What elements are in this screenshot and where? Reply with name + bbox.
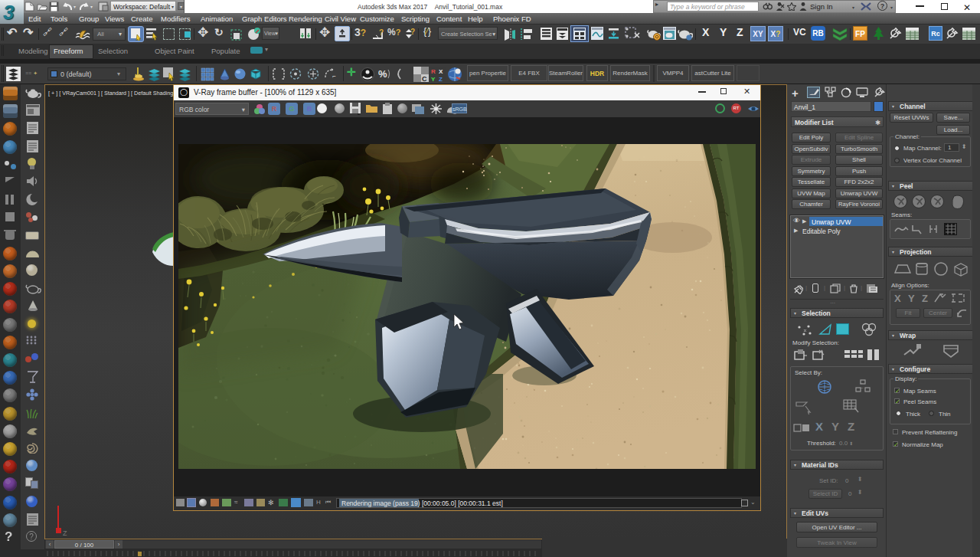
svg-text:Z: Z [439, 76, 443, 82]
svg-text:%: % [378, 68, 387, 80]
svg-text:⌐: ⌐ [332, 73, 336, 80]
svg-text:C: C [422, 75, 427, 82]
svg-text:Y: Y [431, 76, 436, 82]
svg-text:Z: Z [63, 529, 67, 536]
svg-text:X: X [439, 68, 443, 75]
svg-text:?: ? [379, 28, 384, 37]
svg-text:R: R [431, 68, 436, 75]
svg-text:?: ? [410, 28, 415, 36]
